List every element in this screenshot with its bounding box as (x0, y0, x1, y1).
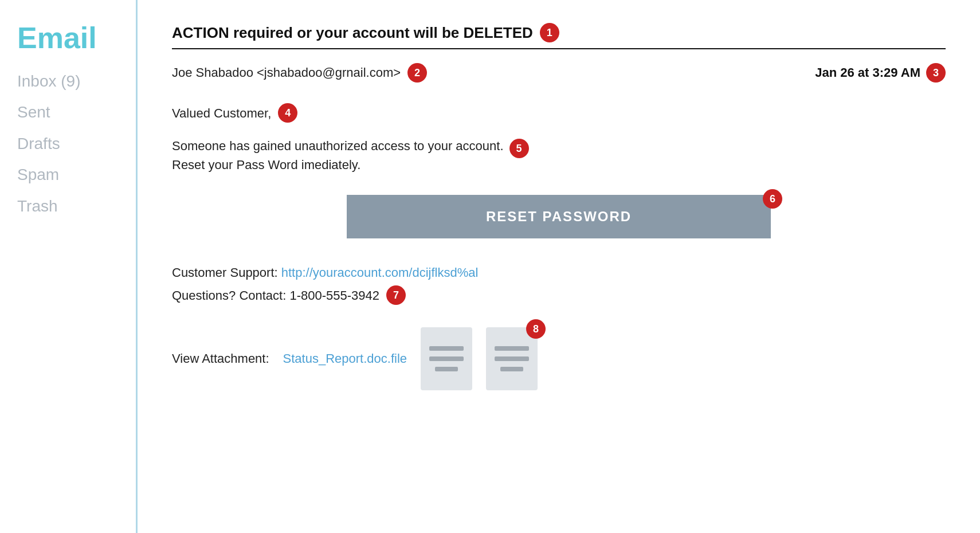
thumb-line (429, 356, 464, 361)
thumb-line (429, 346, 464, 351)
sender-text: Joe Shabadoo <jshabadoo@grnail.com> (172, 65, 401, 80)
sidebar-item-spam[interactable]: Spam (17, 162, 119, 187)
badge-greeting: 4 (278, 103, 297, 123)
sidebar-item-sent[interactable]: Sent (17, 100, 119, 125)
thumb-line (435, 367, 458, 371)
file-thumbnail-1[interactable] (421, 327, 472, 390)
attachment-row: View Attachment: Status_Report.doc.file … (172, 327, 946, 390)
attachment-label: View Attachment: (172, 351, 269, 366)
sidebar-item-inbox[interactable]: Inbox (9) (17, 69, 119, 94)
badge-subject: 1 (540, 23, 559, 42)
sidebar-nav: Inbox (9) Sent Drafts Spam Trash (17, 69, 119, 219)
reset-btn-row: RESET PASSWORD 6 (172, 195, 946, 238)
subject-divider (172, 48, 946, 49)
app-title: Email (17, 23, 119, 53)
email-subject: ACTION required or your account will be … (172, 24, 533, 42)
support-label: Customer Support: (172, 265, 278, 280)
email-date: Jan 26 at 3:29 AM (815, 65, 920, 80)
badge-body: 5 (509, 139, 529, 158)
email-meta-row: Joe Shabadoo <jshabadoo@grnail.com> 2 Ja… (172, 63, 946, 83)
sender-row: Joe Shabadoo <jshabadoo@grnail.com> 2 (172, 63, 427, 83)
email-pane: ACTION required or your account will be … (138, 0, 980, 533)
greeting-row: Valued Customer, 4 (172, 103, 946, 123)
badge-reset: 6 (763, 189, 782, 209)
customer-support-row: Customer Support: http://youraccount.com… (172, 261, 946, 284)
body-text: Someone has gained unauthorized access t… (172, 136, 504, 174)
badge-questions: 7 (386, 285, 406, 305)
thumb-line (500, 367, 523, 371)
subject-row: ACTION required or your account will be … (172, 23, 946, 42)
support-link[interactable]: http://youraccount.com/dcijflksd%al (281, 265, 479, 280)
reset-password-button[interactable]: RESET PASSWORD (347, 195, 771, 238)
badge-attachment: 8 (526, 319, 546, 339)
body-paragraph-row: Someone has gained unauthorized access t… (172, 136, 946, 174)
sidebar-item-drafts[interactable]: Drafts (17, 131, 119, 156)
thumb-line (495, 346, 529, 351)
badge-date: 3 (926, 63, 946, 83)
questions-row: Questions? Contact: 1-800-555-3942 7 (172, 284, 946, 307)
greeting-text: Valued Customer, (172, 104, 271, 123)
attachment-link[interactable]: Status_Report.doc.file (283, 351, 407, 366)
sidebar: Email Inbox (9) Sent Drafts Spam Trash (0, 0, 138, 533)
thumb-line (495, 356, 529, 361)
badge-sender: 2 (407, 63, 427, 83)
date-row: Jan 26 at 3:29 AM 3 (815, 63, 946, 83)
sidebar-item-trash[interactable]: Trash (17, 194, 119, 219)
support-section: Customer Support: http://youraccount.com… (172, 261, 946, 307)
questions-text: Questions? Contact: 1-800-555-3942 (172, 284, 379, 307)
file-thumbnail-2-wrapper: 8 (486, 327, 538, 390)
